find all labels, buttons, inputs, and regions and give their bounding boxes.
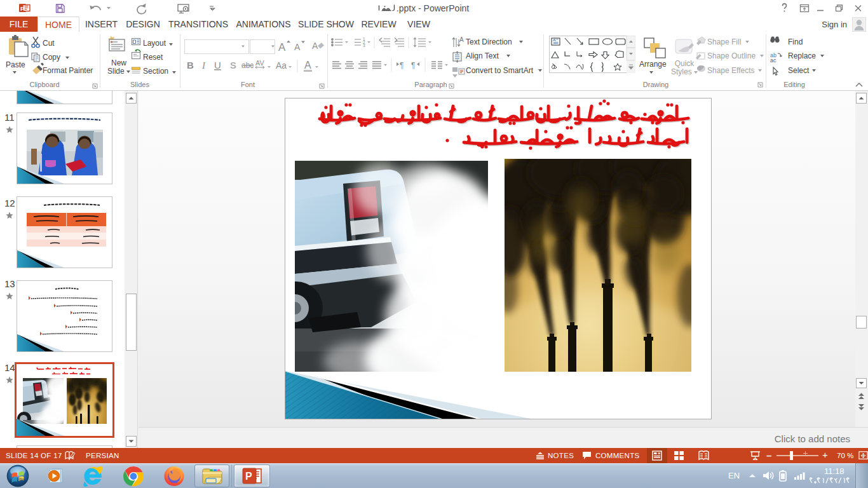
- svg-text:P: P: [245, 471, 252, 482]
- svg-text:abc: abc: [241, 61, 254, 70]
- svg-text:A: A: [278, 41, 286, 53]
- svg-text:¶: ¶: [411, 61, 415, 70]
- svg-text:AV: AV: [255, 59, 265, 67]
- svg-text:Aa: Aa: [276, 60, 287, 71]
- svg-text:A: A: [304, 60, 311, 71]
- svg-text:I: I: [201, 60, 206, 71]
- svg-text:S: S: [230, 60, 236, 71]
- svg-text:B: B: [187, 60, 194, 71]
- svg-text:¶: ¶: [400, 61, 403, 70]
- svg-text:ac: ac: [770, 57, 776, 64]
- svg-text:A: A: [312, 41, 318, 51]
- svg-text:A: A: [459, 36, 464, 43]
- svg-text:A: A: [294, 42, 301, 52]
- svg-text:3: 3: [363, 43, 365, 48]
- svg-text:U: U: [214, 60, 221, 71]
